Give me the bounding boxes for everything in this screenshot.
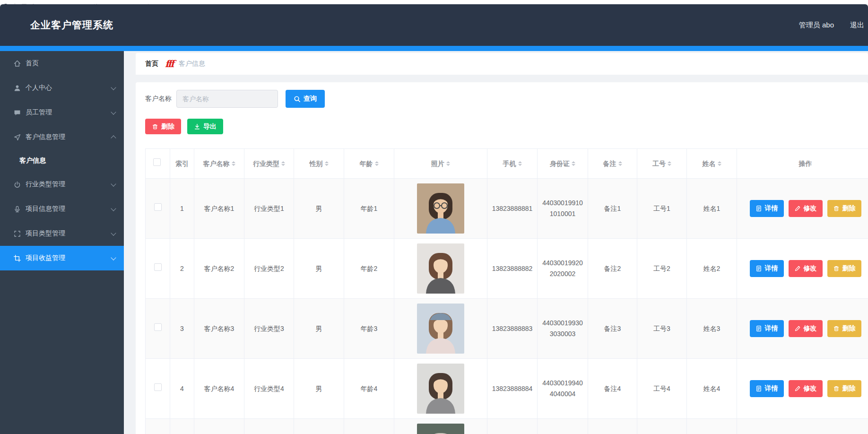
power-icon xyxy=(13,181,21,189)
sidebar-item[interactable]: 项目信息管理 xyxy=(0,197,124,221)
sidebar-item[interactable]: 员工管理 xyxy=(0,100,124,125)
send-icon xyxy=(13,133,21,141)
table-header-cell[interactable]: 操作 xyxy=(737,149,868,179)
sort-icon[interactable] xyxy=(618,161,622,166)
row-checkbox[interactable] xyxy=(154,203,162,211)
column-label: 性别 xyxy=(310,158,323,169)
table-header-cell[interactable]: 工号 xyxy=(637,149,687,179)
sort-icon[interactable] xyxy=(668,161,671,166)
table-header-cell[interactable]: 性别 xyxy=(294,149,344,179)
index-cell: 5 xyxy=(170,419,194,434)
industry-cell: 行业类型5 xyxy=(244,419,294,434)
document-icon xyxy=(755,385,762,392)
row-checkbox-cell xyxy=(146,179,170,239)
table-header-cell[interactable]: 客户名称 xyxy=(194,149,244,179)
row-checkbox[interactable] xyxy=(154,323,162,331)
actions-cell: 详情 修改 删除 xyxy=(737,239,868,299)
document-icon xyxy=(755,265,762,272)
sort-icon[interactable] xyxy=(375,161,379,166)
table-header-cell[interactable]: 身份证 xyxy=(538,149,588,179)
sort-icon[interactable] xyxy=(446,161,450,166)
select-all-checkbox[interactable] xyxy=(153,158,161,166)
sidebar-item-label: 客户信息 xyxy=(19,156,115,165)
main-panel: 客户名称 查询 删除 导出 xyxy=(136,82,868,434)
sidebar-item-label: 项目收益管理 xyxy=(26,254,112,262)
portrait-image xyxy=(417,304,464,354)
table-header-cell[interactable]: 照片 xyxy=(394,149,487,179)
row-checkbox[interactable] xyxy=(154,383,162,391)
detail-button[interactable]: 详情 xyxy=(750,260,784,277)
portrait-woman-sweater xyxy=(417,364,464,414)
sort-icon[interactable] xyxy=(718,161,721,166)
detail-button[interactable]: 详情 xyxy=(750,200,784,217)
sidebar-item[interactable]: 项目收益管理 xyxy=(0,246,124,270)
customer-name-cell: 客户名称3 xyxy=(194,299,244,359)
sort-icon[interactable] xyxy=(232,161,235,166)
portrait-image xyxy=(417,424,464,434)
sort-icon[interactable] xyxy=(572,161,575,166)
table-header-cell[interactable]: 索引 xyxy=(170,149,194,179)
chevron-icon xyxy=(111,109,116,114)
remark-cell: 备注1 xyxy=(588,179,637,239)
logout-link[interactable]: 退出 xyxy=(850,21,864,30)
idcard-cell: 440300199404040004 xyxy=(538,359,588,419)
table-header-cell[interactable]: 行业类型 xyxy=(244,149,294,179)
sidebar-item[interactable]: 个人中心 xyxy=(0,76,124,100)
sidebar-item[interactable]: 行业类型管理 xyxy=(0,172,124,197)
row-delete-button[interactable]: 删除 xyxy=(827,380,861,397)
user-icon xyxy=(13,84,21,92)
remark-cell: 备注2 xyxy=(588,239,637,299)
actions-cell: 详情 修改 删除 xyxy=(737,179,868,239)
edit-button[interactable]: 修改 xyxy=(789,320,823,337)
sidebar-item[interactable]: 客户信息 xyxy=(0,149,124,172)
table-header-cell[interactable]: 手机 xyxy=(487,149,538,179)
table-header-cell[interactable]: 姓名 xyxy=(687,149,737,179)
trash-icon xyxy=(833,265,840,272)
mic-icon xyxy=(13,205,21,213)
jobno-cell: 工号2 xyxy=(637,239,687,299)
customer-table: 索引 客户名称 xyxy=(145,148,868,434)
edit-button[interactable]: 修改 xyxy=(789,200,823,217)
index-cell: 2 xyxy=(170,239,194,299)
row-delete-button[interactable]: 删除 xyxy=(827,320,861,337)
column-label: 备注 xyxy=(603,158,616,169)
phone-cell: 13823888881 xyxy=(487,179,538,239)
table-header-cell[interactable]: 备注 xyxy=(588,149,637,179)
remark-cell: 备注5 xyxy=(588,419,637,434)
customer-name-cell: 客户名称1 xyxy=(194,179,244,239)
detail-button[interactable]: 详情 xyxy=(750,320,784,337)
photo-cell xyxy=(394,299,487,359)
export-button[interactable]: 导出 xyxy=(187,119,223,134)
customer-name-input[interactable] xyxy=(176,90,278,108)
document-icon xyxy=(755,325,762,332)
gender-cell: 男 xyxy=(294,179,344,239)
sidebar-item[interactable]: 客户信息管理 xyxy=(0,125,124,149)
column-label: 工号 xyxy=(652,158,666,169)
sort-icon[interactable] xyxy=(325,161,329,166)
edit-button[interactable]: 修改 xyxy=(789,260,823,277)
phone-cell: 13823888884 xyxy=(487,359,538,419)
query-button[interactable]: 查询 xyxy=(286,90,325,108)
index-cell: 1 xyxy=(170,179,194,239)
idcard-cell: 440300199303030003 xyxy=(538,299,588,359)
breadcrumb-home[interactable]: 首页 xyxy=(145,60,158,68)
row-checkbox-cell xyxy=(146,359,170,419)
row-delete-button[interactable]: 删除 xyxy=(827,200,861,217)
sort-icon[interactable] xyxy=(518,161,522,166)
row-delete-button[interactable]: 删除 xyxy=(827,260,861,277)
portrait-image xyxy=(417,243,464,294)
gender-cell: 男 xyxy=(294,359,344,419)
sidebar-item[interactable]: 项目类型管理 xyxy=(0,221,124,246)
row-checkbox[interactable] xyxy=(154,263,162,271)
bulk-delete-button[interactable]: 删除 xyxy=(145,119,181,134)
sidebar-item[interactable]: 首页 xyxy=(0,51,124,76)
table-header-cell[interactable]: 年龄 xyxy=(344,149,394,179)
gender-cell: 男 xyxy=(294,239,344,299)
detail-button[interactable]: 详情 xyxy=(750,380,784,397)
sort-icon[interactable] xyxy=(281,161,285,166)
edit-button[interactable]: 修改 xyxy=(789,380,823,397)
chevron-icon xyxy=(111,255,116,260)
column-label: 照片 xyxy=(431,158,444,169)
pencil-icon xyxy=(794,205,801,212)
table-header-cell[interactable] xyxy=(146,149,170,179)
